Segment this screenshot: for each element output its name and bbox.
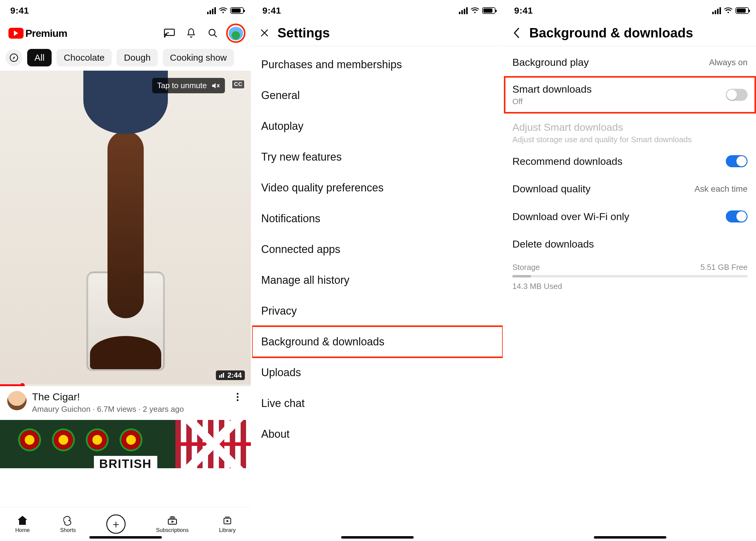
second-video-thumbnail[interactable]: BRITISH — [0, 420, 251, 468]
tab-subscriptions[interactable]: Subscriptions — [156, 515, 189, 533]
cc-badge-icon[interactable]: CC — [232, 80, 245, 89]
settings-item-autoplay[interactable]: Autoplay — [252, 111, 503, 142]
notifications-icon[interactable] — [185, 27, 198, 40]
quality-value: Ask each time — [694, 184, 748, 194]
smart-downloads-toggle[interactable] — [726, 89, 748, 101]
status-icons — [207, 7, 244, 14]
home-icon — [18, 516, 27, 525]
youtube-premium-label: Premium — [25, 27, 67, 39]
bottom-tabbar: Home Shorts ＋ Subscriptions Library — [0, 507, 251, 541]
cast-icon[interactable] — [163, 27, 176, 40]
category-chips: All Chocolate Dough Cooking show — [0, 47, 251, 71]
cellular-icon — [459, 7, 468, 14]
channel-avatar-icon[interactable] — [7, 391, 27, 410]
thumbnail-text: BRITISH — [94, 456, 157, 468]
settings-item-video-quality[interactable]: Video quality preferences — [252, 172, 503, 203]
status-time: 9:41 — [10, 5, 29, 16]
storage-section: Storage 5.51 GB Free 14.3 MB Used — [504, 258, 756, 293]
settings-item-purchases[interactable]: Purchases and memberships — [252, 49, 503, 80]
status-bar: 9:41 — [0, 0, 251, 21]
row-background-play[interactable]: Background play Always on — [504, 49, 756, 76]
close-icon[interactable] — [258, 27, 271, 39]
youtube-logo[interactable]: Premium — [8, 27, 67, 39]
video-meta: The Cigar! Amaury Guichon · 6.7M views ·… — [0, 386, 251, 416]
background-play-value: Always on — [709, 58, 748, 67]
wifi-label: Download over Wi-Fi only — [512, 211, 629, 223]
settings-item-notifications[interactable]: Notifications — [252, 203, 503, 234]
row-download-quality[interactable]: Download quality Ask each time — [504, 175, 756, 203]
settings-item-general[interactable]: General — [252, 80, 503, 111]
settings-item-privacy[interactable]: Privacy — [252, 295, 503, 326]
duration-text: 2:44 — [227, 371, 242, 379]
tab-home[interactable]: Home — [15, 515, 30, 533]
svg-point-2 — [209, 29, 215, 35]
recommend-toggle[interactable] — [726, 155, 748, 167]
detail-header: Background & downloads — [504, 21, 756, 46]
settings-item-about[interactable]: About — [252, 419, 503, 449]
avatar-button[interactable] — [226, 24, 246, 43]
tab-create[interactable]: ＋ — [106, 514, 126, 534]
storage-free: 5.51 GB Free — [700, 263, 748, 272]
video-duration: 2:44 — [216, 370, 245, 380]
row-delete-downloads[interactable]: Delete downloads — [504, 230, 756, 258]
chip-dough[interactable]: Dough — [117, 49, 158, 66]
video-progress[interactable] — [0, 384, 251, 386]
row-adjust-smart-downloads: Adjust Smart downloads Adjust storage us… — [504, 114, 756, 147]
status-icons — [459, 7, 495, 14]
status-time: 9:41 — [514, 5, 533, 16]
background-play-label: Background play — [512, 56, 589, 68]
settings-item-background-downloads[interactable]: Background & downloads — [252, 326, 503, 357]
muted-icon — [211, 81, 220, 90]
youtube-play-icon — [8, 28, 24, 39]
settings-item-live-chat[interactable]: Live chat — [252, 388, 503, 419]
storage-bar — [512, 275, 748, 277]
video-title[interactable]: The Cigar! — [32, 391, 184, 403]
shorts-icon — [62, 515, 74, 526]
settings-item-history[interactable]: Manage all history — [252, 265, 503, 295]
more-menu-icon[interactable] — [232, 391, 244, 403]
tab-library-label: Library — [219, 527, 236, 533]
search-icon[interactable] — [206, 27, 220, 40]
row-smart-downloads[interactable]: Smart downloads Off — [504, 76, 756, 114]
tab-library[interactable]: Library — [219, 515, 236, 533]
library-icon — [221, 515, 234, 526]
home-indicator — [89, 536, 162, 539]
cellular-icon — [712, 7, 721, 14]
video-thumbnail[interactable]: Tap to unmute CC 2:44 — [0, 71, 251, 386]
row-recommend-downloads[interactable]: Recommend downloads — [504, 147, 756, 175]
settings-item-connected-apps[interactable]: Connected apps — [252, 234, 503, 265]
wifi-toggle[interactable] — [726, 211, 748, 223]
svg-rect-5 — [221, 374, 222, 378]
settings-header: Settings — [252, 21, 503, 46]
chip-all[interactable]: All — [27, 49, 52, 66]
settings-title: Settings — [278, 25, 330, 40]
home-indicator — [341, 536, 413, 539]
battery-icon — [230, 7, 244, 14]
smart-downloads-state: Off — [512, 97, 721, 106]
tab-shorts[interactable]: Shorts — [60, 515, 76, 533]
explore-icon[interactable] — [5, 49, 22, 66]
downloads-settings: Background play Always on Smart download… — [504, 46, 756, 296]
smart-downloads-label: Smart downloads — [512, 83, 721, 95]
quality-label: Download quality — [512, 183, 590, 195]
svg-point-7 — [237, 393, 239, 395]
tap-to-unmute-button[interactable]: Tap to unmute — [152, 78, 225, 93]
highlight-ring — [226, 24, 246, 43]
row-wifi-only[interactable]: Download over Wi-Fi only — [504, 203, 756, 230]
back-icon[interactable] — [510, 27, 523, 39]
storage-label: Storage — [512, 263, 540, 272]
tab-shorts-label: Shorts — [60, 527, 76, 533]
delete-label: Delete downloads — [512, 238, 594, 250]
status-icons — [712, 7, 749, 14]
svg-rect-4 — [219, 375, 220, 378]
youtube-header: Premium — [0, 21, 251, 47]
chip-chocolate[interactable]: Chocolate — [56, 49, 112, 66]
tab-home-label: Home — [15, 527, 30, 533]
svg-point-8 — [237, 396, 239, 398]
chip-cooking-show[interactable]: Cooking show — [163, 49, 234, 66]
settings-item-try-new[interactable]: Try new features — [252, 142, 503, 172]
cellular-icon — [207, 7, 216, 14]
video-subtitle: Amaury Guichon · 6.7M views · 2 years ag… — [32, 404, 184, 414]
settings-item-uploads[interactable]: Uploads — [252, 357, 503, 388]
video-card[interactable]: Tap to unmute CC 2:44 The Cigar! — [0, 71, 251, 468]
